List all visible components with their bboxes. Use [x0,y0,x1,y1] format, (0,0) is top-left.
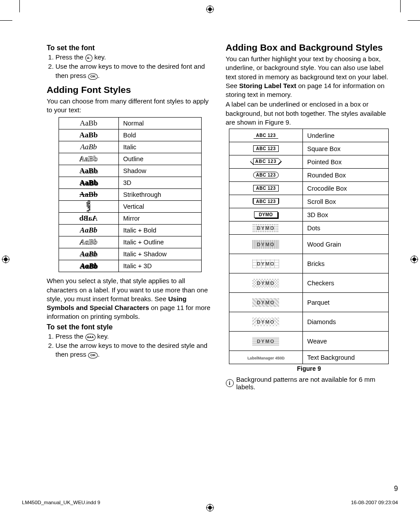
label-vertical: Vertical [118,201,201,213]
label-checkers: Checkers [302,273,389,293]
sample-crocodile: ABC 123 [229,182,303,195]
sample-bold: AaBb [59,129,118,141]
crop-mark [400,0,401,12]
label-normal: Normal [118,118,201,129]
label-weave: Weave [302,332,389,351]
sample-strike: AaBb [59,189,118,201]
sample-shadow: AaBb [59,165,118,177]
footer-filename: LM450D_manual_UK_WEU.indd 9 [22,500,100,505]
label-dots: Dots [302,221,389,235]
sample-square: ABC 123 [229,142,303,155]
sample-dots: DYMO [229,221,303,235]
label-italic: Italic [118,141,201,153]
label-diamonds: Diamonds [302,312,389,332]
info-icon: i [226,379,234,387]
sample-wood: DYMO [229,235,303,254]
label-strike: Strikethrough [118,189,201,201]
font-key-icon: A↕ [85,55,93,62]
right-column: Adding Box and Background Styles You can… [226,42,393,391]
page-number: 9 [394,485,398,493]
figure-caption: Figure 9 [226,365,393,372]
font-styles-note: When you select a style, that style appl… [47,277,214,321]
list-item: Press the A↕ key. [55,53,214,62]
label-itshad: Italic + Shadow [118,248,201,260]
sample-bricks: DYMO [229,254,303,273]
sample-it3d: AaBb [59,260,118,272]
page-content: To set the font Press the A↕ key. Use th… [47,42,392,391]
sample-mirror: AaBb [59,213,118,225]
crop-mark [408,20,420,21]
registration-mark-icon [2,255,10,263]
info-note: i Background patterns are not available … [226,376,393,391]
label-square: Square Box [302,142,389,155]
sample-outline: AaBb [59,153,118,165]
heading-adding-font-styles: Adding Font Styles [47,85,214,95]
style-key-icon: AAA [85,334,96,341]
label-itbold: Italic + Bold [118,225,201,236]
sample-itbold: AaBb [59,225,118,236]
label-mirror: Mirror [118,213,201,225]
label-outline: Outline [118,153,201,165]
label-it3d: Italic + 3D [118,260,201,272]
sample-pointed: ABC 123 [229,155,303,169]
label-bold: Bold [118,129,201,141]
crop-mark [0,20,12,21]
sample-rounded: ABC 123 [229,169,303,182]
box-intro-1: You can further highlight your text by c… [226,55,393,99]
sample-italic: AaBb [59,141,118,153]
ok-key-icon: OK [88,74,98,80]
left-column: To set the font Press the A↕ key. Use th… [47,42,214,391]
list-item: Use the arrow keys to move to the desire… [55,341,214,359]
footer: LM450D_manual_UK_WEU.indd 9 16-08-2007 0… [22,500,398,505]
sample-vertical: AaBb [59,201,118,213]
sample-scroll: ABC 123 [229,195,303,208]
sample-3d: AaBb [59,177,118,189]
list-item: Press the AAA key. [55,332,214,341]
label-scroll: Scroll Box [302,195,389,208]
sample-normal: AaBb [59,118,118,129]
box-styles-table: ABC 123Underline ABC 123Square Box ABC 1… [229,129,389,364]
label-3d: 3D [118,177,201,189]
label-shadow: Shadow [118,165,201,177]
sample-3dbox: DYMO [229,208,303,221]
label-underline: Underline [302,129,389,142]
sample-diamonds: DYMO [229,312,303,332]
list-item: Use the arrow keys to move to the desire… [55,62,214,80]
label-wood: Wood Grain [302,235,389,254]
ok-key-icon: OK [88,352,98,358]
set-style-steps: Press the AAA key. Use the arrow keys to… [47,332,214,359]
font-styles-table: AaBbNormal AaBbBold AaBbItalic AaBbOutli… [59,117,202,272]
registration-mark-icon [410,255,418,263]
sample-checkers: DYMO [229,273,303,293]
label-pointed: Pointed Box [302,155,389,169]
label-rounded: Rounded Box [302,169,389,182]
heading-set-font: To set the font [47,44,214,52]
label-bricks: Bricks [302,254,389,273]
heading-box-styles: Adding Box and Background Styles [226,42,393,53]
sample-itout: AaBb [59,236,118,248]
heading-set-font-style: To set the font style [47,323,214,331]
sample-textbg: LabelManager 450D [229,351,303,364]
label-parquet: Parquet [302,293,389,312]
box-intro-2: A label can be underlined or enclosed in… [226,100,393,127]
label-textbg: Text Background [302,351,389,364]
label-3dbox: 3D Box [302,208,389,221]
label-crocodile: Crocodile Box [302,182,389,195]
crop-mark [19,0,20,12]
set-font-steps: Press the A↕ key. Use the arrow keys to … [47,53,214,80]
font-styles-intro: You can choose from many different font … [47,97,214,115]
footer-timestamp: 16-08-2007 09:23:04 [351,500,398,505]
label-itout: Italic + Outline [118,236,201,248]
sample-underline: ABC 123 [229,129,303,142]
registration-mark-icon [206,5,214,13]
info-note-text: Background patterns are not available fo… [236,376,393,391]
sample-parquet: DYMO [229,293,303,312]
sample-weave: DYMO [229,332,303,351]
sample-itshad: AaBb [59,248,118,260]
